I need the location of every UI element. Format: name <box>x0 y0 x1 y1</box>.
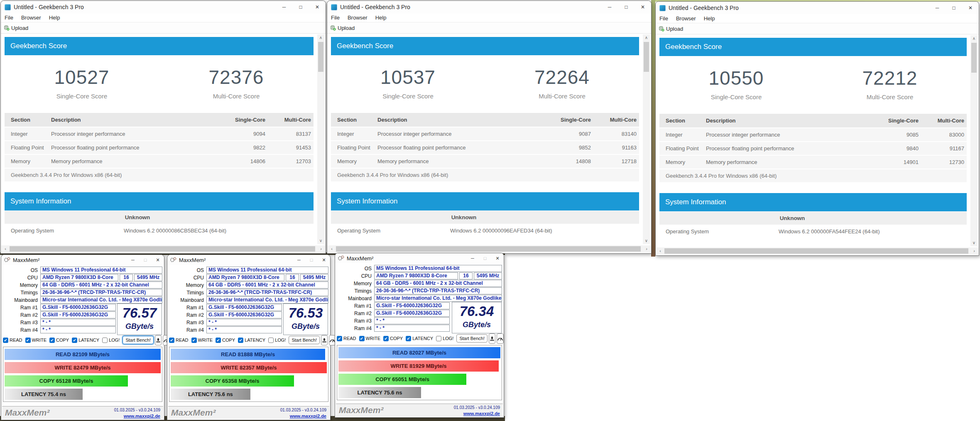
maximize-button[interactable]: □ <box>946 2 962 14</box>
upload-result-button[interactable] <box>155 335 162 345</box>
single-core-score: 10537 <box>331 66 485 88</box>
scroll-left-arrow[interactable]: ‹ <box>2 245 9 252</box>
minimize-button[interactable]: ─ <box>276 1 292 13</box>
read-checkbox[interactable]: ✔ <box>169 338 174 343</box>
write-checkbox[interactable]: ✔ <box>25 338 31 343</box>
copy-checkbox[interactable]: ✔ <box>383 336 389 341</box>
result-document: Geekbench Score 10537 Single-Core Score … <box>328 34 651 245</box>
log-checkbox[interactable] <box>268 338 274 343</box>
geekbench-window-2: Untitled - Geekbench 3 Pro ─ □ ✕ File Br… <box>327 0 652 254</box>
upload-button[interactable]: Upload <box>11 25 28 31</box>
log-checkbox[interactable] <box>436 336 441 341</box>
menu-browser[interactable]: Browser <box>21 15 41 21</box>
website-link[interactable]: www.maxxpi2.de <box>290 414 326 419</box>
minimize-button[interactable]: ─ <box>466 253 479 263</box>
horizontal-scrollbar[interactable]: ‹ › <box>656 247 978 255</box>
cpu-mhz-field: 5495 MHz <box>134 274 162 281</box>
sysinfo-group-row: Unknown <box>331 211 639 224</box>
minimize-button[interactable]: ─ <box>293 255 305 265</box>
titlebar[interactable]: Untitled - Geekbench 3 Pro ─ □ ✕ <box>656 2 979 14</box>
latency-checkbox[interactable]: ✔ <box>72 338 77 343</box>
menu-file[interactable]: File <box>5 15 13 21</box>
scroll-left-arrow[interactable]: ‹ <box>328 245 335 252</box>
table-row: Floating Point Processor floating point … <box>5 141 314 154</box>
scroll-down-arrow[interactable]: ∨ <box>643 237 650 244</box>
latency-checkbox[interactable]: ✔ <box>406 336 411 341</box>
multi-core-score: 72212 <box>813 67 967 89</box>
maximize-button[interactable]: □ <box>292 1 309 13</box>
cpu-threads-field: 16 <box>286 274 299 281</box>
minimize-button[interactable]: ─ <box>127 255 139 265</box>
scroll-right-arrow[interactable]: › <box>643 245 650 252</box>
read-checkbox[interactable]: ✔ <box>337 336 342 341</box>
upload-result-button[interactable] <box>489 333 495 344</box>
menu-browser[interactable]: Browser <box>676 15 696 22</box>
scroll-thumb[interactable] <box>664 248 968 254</box>
vertical-scrollbar[interactable]: ∧ ∨ <box>643 34 650 244</box>
throughput-panel: 76.34 GByte/s <box>452 302 502 333</box>
log-checkbox[interactable] <box>102 338 108 343</box>
scroll-right-arrow[interactable]: › <box>971 247 978 255</box>
minimize-button[interactable]: ─ <box>929 2 946 14</box>
scroll-up-arrow[interactable]: ∧ <box>970 35 978 42</box>
start-bench-button[interactable]: Start Bench! <box>456 334 488 343</box>
mainboard-field: Micro-star International Co. Ltd. - Meg … <box>206 296 328 304</box>
scroll-left-arrow[interactable]: ‹ <box>657 247 664 255</box>
scroll-up-arrow[interactable]: ∧ <box>317 34 324 41</box>
copy-checkbox[interactable]: ✔ <box>49 338 55 343</box>
scroll-down-arrow[interactable]: ∨ <box>317 237 324 244</box>
latency-bar: LATENCY 75.4 ns <box>5 389 83 400</box>
menu-help[interactable]: Help <box>375 15 387 21</box>
read-bar: READ 82027 MByte/s <box>338 347 500 358</box>
horizontal-scrollbar[interactable]: ‹ › <box>328 245 651 252</box>
menu-help[interactable]: Help <box>49 15 60 21</box>
menu-browser[interactable]: Browser <box>348 15 368 21</box>
upload-result-button[interactable] <box>321 335 328 345</box>
scroll-thumb[interactable] <box>971 43 977 73</box>
scroll-up-arrow[interactable]: ∧ <box>643 34 650 41</box>
write-checkbox[interactable]: ✔ <box>191 338 197 343</box>
menu-file[interactable]: File <box>659 15 668 22</box>
titlebar[interactable]: Untitled - Geekbench 3 Pro ─ □ ✕ <box>1 1 326 13</box>
ram2-field: G.Skill - F5-6000J2636G32G <box>374 310 450 317</box>
score-section-header: Geekbench Score <box>5 37 314 55</box>
titlebar[interactable]: MaxxMem² ─ □ ✕ <box>1 255 164 265</box>
benchmark-gauge-button[interactable] <box>497 333 504 344</box>
scroll-thumb[interactable] <box>10 246 315 252</box>
close-button[interactable]: ✕ <box>962 2 979 14</box>
scroll-thumb[interactable] <box>644 42 649 72</box>
close-button[interactable]: ✕ <box>635 1 651 13</box>
vertical-scrollbar[interactable]: ∧ ∨ <box>970 35 978 246</box>
upload-button[interactable]: Upload <box>666 26 683 32</box>
scores: 10537 Single-Core Score 72264 Multi-Core… <box>331 55 639 113</box>
titlebar[interactable]: Untitled - Geekbench 3 Pro ─ □ ✕ <box>327 1 651 13</box>
start-bench-button[interactable]: Start Bench! <box>289 336 320 344</box>
version-line: Geekbench 3.4.4 Pro for Windows x86 (64-… <box>659 169 967 182</box>
menu-file[interactable]: File <box>331 15 340 21</box>
upload-button[interactable]: Upload <box>338 25 355 31</box>
minimize-button[interactable]: ─ <box>601 1 618 13</box>
os-row: Operating System Windows 6.2 00000086CB5… <box>5 225 314 237</box>
website-link[interactable]: www.maxxpi2.de <box>124 414 160 419</box>
scroll-right-arrow[interactable]: › <box>318 245 324 252</box>
copy-checkbox[interactable]: ✔ <box>216 338 221 343</box>
scroll-thumb[interactable] <box>318 42 323 72</box>
vertical-scrollbar[interactable]: ∧ ∨ <box>317 34 324 244</box>
horizontal-scrollbar[interactable]: ‹ › <box>1 245 325 252</box>
menu-help[interactable]: Help <box>704 15 715 22</box>
scroll-thumb[interactable] <box>336 246 641 252</box>
scroll-down-arrow[interactable]: ∨ <box>970 240 978 246</box>
read-checkbox[interactable]: ✔ <box>3 338 8 343</box>
close-button[interactable]: ✕ <box>491 253 504 263</box>
write-checkbox[interactable]: ✔ <box>359 336 365 341</box>
website-link[interactable]: www.maxxpi2.de <box>463 411 500 416</box>
close-button[interactable]: ✕ <box>309 1 326 13</box>
titlebar[interactable]: MaxxMem² ─ □ ✕ <box>167 255 330 265</box>
latency-checkbox[interactable]: ✔ <box>238 338 243 343</box>
close-button[interactable]: ✕ <box>152 255 164 265</box>
multi-core-label: Multi-Core Score <box>813 93 967 100</box>
close-button[interactable]: ✕ <box>318 255 330 265</box>
titlebar[interactable]: MaxxMem² ─ □ ✕ <box>335 253 504 263</box>
maximize-button[interactable]: □ <box>618 1 635 13</box>
start-bench-button[interactable]: Start Bench! <box>122 336 154 344</box>
